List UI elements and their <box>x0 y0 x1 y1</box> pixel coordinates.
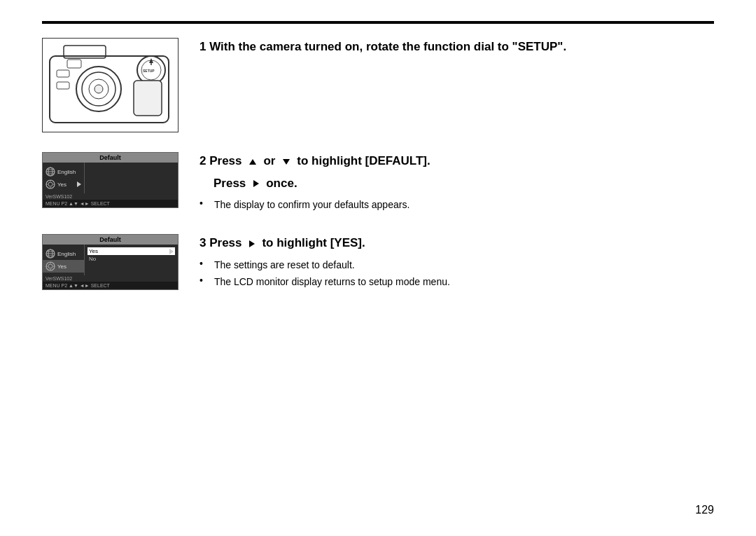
svg-text:SETUP: SETUP <box>143 69 155 73</box>
step2-bullet1: • The display to confirm your defaults a… <box>200 198 714 212</box>
step1-row: SETUP 1 With the camera turned on, rotat… <box>42 38 714 132</box>
step3-menu-version: VerSWS102 <box>43 275 178 282</box>
step2-yes-arrow <box>77 181 81 188</box>
step2-yes-label: Yes <box>57 181 66 188</box>
step3-right-no-label: No <box>89 256 96 262</box>
step2-bullet1-text: The display to confirm your defaults app… <box>214 198 410 212</box>
bullet-dot-3a: • <box>200 258 203 269</box>
step2-english-label: English <box>57 169 76 175</box>
step1-instructions: 1 With the camera turned on, rotate the … <box>200 38 714 60</box>
step3-menu-header: Default <box>43 235 178 245</box>
step3-bullet2: • The LCD monitor display returns to set… <box>200 275 714 289</box>
step2-menu-body: English <box>43 163 178 193</box>
step3-menu-screenshot: Default English <box>42 234 178 290</box>
step2-menu-row-english: English <box>43 165 84 178</box>
step3-menu-footer: MENU P2 ▲▼ ◄► SELECT <box>43 282 178 289</box>
page-number: 129 <box>695 504 714 516</box>
step1-text: 1 With the camera turned on, rotate the … <box>200 38 714 56</box>
step2-line1: 2 Press or to highlight [DEFAULT]. <box>200 152 714 170</box>
step3-prefix: 3 Press <box>200 236 242 249</box>
step2-menu-screenshot: Default English <box>42 152 178 208</box>
step2-line2: Press once. <box>214 174 714 193</box>
step3-menu-left: English <box>43 245 85 275</box>
step2-menu-left: English <box>43 163 85 193</box>
step2-menu-row-yes: Yes <box>43 178 84 191</box>
step2-suffix: to highlight [DEFAULT]. <box>297 154 430 167</box>
bullet-dot-3b: • <box>200 275 203 286</box>
step3-menu-body: English <box>43 245 178 275</box>
step3-suffix: to highlight [YES]. <box>262 236 365 249</box>
step2-menu-box: Default English <box>42 152 178 208</box>
step2-menu-header: Default <box>43 153 178 163</box>
step3-row: Default English <box>42 234 714 291</box>
step2-menu-footer: MENU P2 ▲▼ ◄► SELECT <box>43 200 178 207</box>
up-arrow-icon <box>249 159 256 165</box>
right-arrow-icon-3 <box>249 240 255 247</box>
down-arrow-icon <box>283 159 290 165</box>
svg-point-21 <box>48 182 52 186</box>
step2-menu-version: VerSWS102 <box>43 193 178 200</box>
svg-rect-11 <box>57 70 69 77</box>
step2-instructions: 2 Press or to highlight [DEFAULT]. Press… <box>200 152 714 214</box>
step3-line1: 3 Press to highlight [YES]. <box>200 234 714 252</box>
step3-right-no: No <box>88 255 175 263</box>
step3-right-yes-arrow <box>169 249 174 254</box>
step3-yes-label: Yes <box>57 263 66 270</box>
bullet-dot-1: • <box>200 198 203 209</box>
content-area: SETUP 1 With the camera turned on, rotat… <box>42 24 714 291</box>
camera-image: SETUP <box>42 38 178 132</box>
svg-point-32 <box>48 264 52 268</box>
step3-menu-right: Yes No <box>85 245 178 275</box>
step2-prefix: 2 Press <box>200 154 242 167</box>
svg-rect-13 <box>67 60 81 68</box>
step3-bullet1-text: The settings are reset to default. <box>214 258 355 273</box>
step3-english-label: English <box>57 251 76 257</box>
step3-right-yes: Yes <box>88 247 175 255</box>
svg-point-5 <box>94 85 103 93</box>
step3-instructions: 3 Press to highlight [YES]. • The settin… <box>200 234 714 291</box>
step3-bullet1: • The settings are reset to default. <box>200 258 714 273</box>
step3-menu-row-yes: Yes <box>43 260 84 273</box>
step2-menu-right <box>85 163 178 193</box>
step2-menu-footer-text: MENU P2 ▲▼ ◄► SELECT <box>46 201 110 206</box>
step3-menu-box: Default English <box>42 234 178 290</box>
step3-menu-row-english: English <box>43 247 84 260</box>
step3-bullet2-text: The LCD monitor display returns to setup… <box>214 275 450 289</box>
page-container: SETUP 1 With the camera turned on, rotat… <box>0 0 756 536</box>
svg-rect-14 <box>134 81 162 116</box>
step3-menu-footer-text: MENU P2 ▲▼ ◄► SELECT <box>46 283 110 288</box>
right-arrow-icon-2 <box>253 180 259 187</box>
step2-press: Press <box>214 177 246 190</box>
step2-row: Default English <box>42 152 714 214</box>
step2-or: or <box>263 154 275 167</box>
step3-right-yes-label: Yes <box>89 248 98 254</box>
step2-once: once. <box>266 177 297 190</box>
svg-rect-12 <box>57 82 69 89</box>
